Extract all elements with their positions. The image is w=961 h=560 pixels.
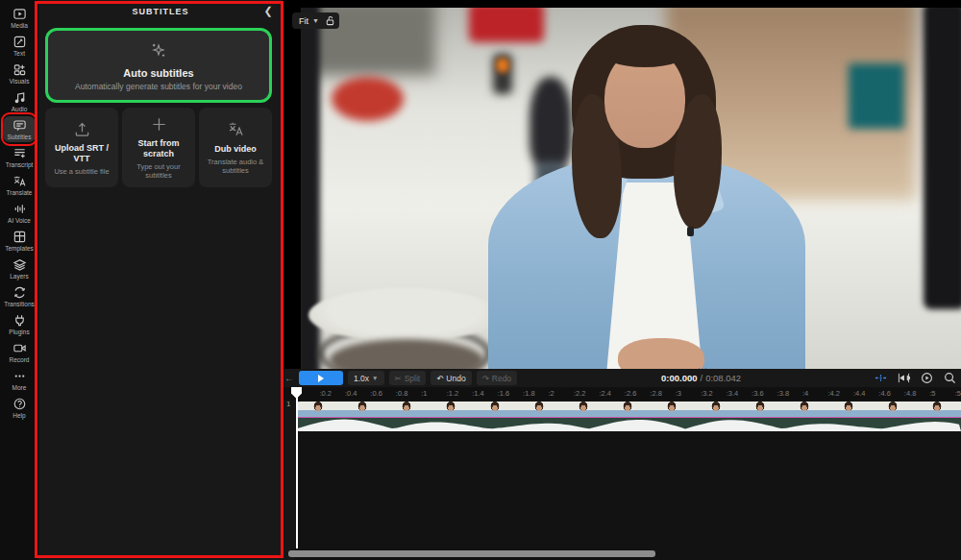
play-button[interactable] (299, 371, 343, 385)
clip-thumbnails (296, 402, 961, 418)
upload-srt-vtt-card[interactable]: Upload SRT / VTT Use a subtitle file (45, 108, 118, 187)
sidebar-item-transcript[interactable]: Transcript (0, 143, 38, 171)
sidebar-item-media[interactable]: Media (0, 4, 38, 32)
zoom-icon[interactable] (944, 372, 956, 384)
transcript-icon (12, 146, 27, 160)
ruler-tick-label: :5.2 (955, 389, 961, 398)
collapse-panel-icon[interactable]: ❮ (261, 4, 275, 17)
ruler-tick-label: :1.8 (523, 389, 535, 398)
sidebar-item-label: Audio (12, 106, 28, 112)
start-from-scratch-card[interactable]: Start from scratch Type out your subtitl… (122, 108, 195, 187)
jump-back-icon[interactable]: ← (284, 373, 294, 383)
auto-subtitles-title: Auto subtitles (123, 67, 193, 79)
sidebar-item-label: Translate (7, 189, 33, 196)
ruler-tick-label: :3 (676, 389, 681, 398)
sidebar-item-ai-voice[interactable]: AI Voice (0, 199, 38, 227)
bg-red-sign (469, 8, 544, 42)
sidebar-item-transitions[interactable]: Transitions (0, 282, 38, 310)
timeline[interactable]: 0:0.2:0.4:0.6:0.8:1:1.2:1.4:1.6:1.8:2:2.… (283, 387, 961, 560)
sidebar-item-layers[interactable]: Layers (0, 255, 38, 282)
split-button[interactable]: ✂ Split (389, 371, 427, 385)
sidebar-item-visuals[interactable]: Visuals (0, 60, 38, 87)
sparkle-icon (148, 39, 169, 64)
video-clip[interactable] (296, 402, 961, 431)
ruler-tick-label: :1.4 (472, 389, 484, 398)
playback-speed-dropdown[interactable]: 1.0x ▼ (348, 371, 384, 385)
ruler-tick-label: :4.4 (853, 389, 866, 398)
sidebar-item-templates[interactable]: Templates (0, 227, 38, 255)
translate-icon (12, 174, 27, 188)
card-subtitle: Use a subtitle file (54, 167, 109, 176)
loop-playback-icon[interactable] (921, 372, 933, 384)
templates-icon (12, 230, 27, 244)
fit-timeline-icon[interactable] (898, 372, 910, 384)
ruler-tick-label: :0.6 (370, 389, 382, 398)
sidebar-item-label: AI Voice (8, 217, 31, 224)
ruler-tick-label: :5 (929, 389, 935, 398)
auto-subtitles-card[interactable]: Auto subtitles Automatically generate su… (45, 28, 272, 103)
subtitles-panel: SUBTITLES ❮ Auto subtitles Automatically… (38, 0, 283, 560)
ruler-tick-label: :3.4 (727, 389, 739, 398)
total-duration: 0:08.042 (705, 373, 741, 383)
woman-hair-fringe (597, 29, 693, 67)
fit-label: Fit (299, 16, 308, 26)
snapping-toggle-icon[interactable] (875, 372, 887, 384)
sidebar-item-label: Text (13, 50, 25, 57)
bg-traffic-light-orange (496, 58, 509, 73)
ruler-tick-label: :1.6 (498, 389, 510, 398)
subtitles-icon (12, 118, 27, 133)
sidebar-item-text[interactable]: Text (0, 32, 38, 60)
sidebar-item-translate[interactable]: Translate (0, 171, 38, 199)
dub-video-card[interactable]: Dub video Translate audio & subtitles (199, 108, 272, 187)
undo-label: Undo (446, 374, 465, 383)
sidebar-item-label: Visuals (10, 78, 30, 85)
bg-pedestrian (530, 77, 572, 169)
transitions-icon (12, 285, 27, 300)
sidebar-item-record[interactable]: Record (0, 338, 38, 366)
sidebar-item-help[interactable]: Help (0, 394, 38, 422)
ruler-tick-label: :2.8 (650, 389, 662, 398)
ruler-tick-label: :0.4 (345, 389, 357, 398)
lapel-mic (687, 227, 694, 236)
ruler-tick-label: :1.2 (447, 389, 459, 398)
ruler-tick-label: :2.2 (574, 389, 586, 398)
timeline-ruler[interactable]: 0:0.2:0.4:0.6:0.8:1:1.2:1.4:1.6:1.8:2:2.… (283, 387, 961, 400)
bg-red-awning (332, 77, 404, 121)
horizontal-scrollbar[interactable] (288, 550, 655, 557)
track-gutter (283, 400, 295, 560)
card-subtitle: Type out your subtitles (126, 162, 191, 181)
ruler-tick-label: :0.8 (396, 389, 408, 398)
ruler-tick-label: :4.6 (878, 389, 891, 398)
ruler-tick-label: :4 (802, 389, 808, 398)
bg-right-pole (924, 8, 961, 309)
current-time: 0:00.000 (661, 373, 698, 383)
ruler-tick-label: :0.2 (319, 389, 332, 398)
ruler-tick-label: :3.8 (777, 389, 790, 398)
plugins-icon (12, 313, 27, 328)
chevron-down-icon: ▼ (372, 375, 378, 381)
undo-button[interactable]: ↶ Undo (431, 371, 471, 385)
sidebar-item-label: Help (12, 412, 25, 419)
ruler-tick-label: :4.2 (827, 389, 840, 398)
unlock-button[interactable] (321, 12, 339, 29)
video-frame (301, 8, 961, 369)
sidebar-item-audio[interactable]: Audio (0, 87, 38, 115)
track-number: 1 (286, 400, 290, 408)
card-title: Start from scratch (126, 138, 191, 159)
sidebar-item-more[interactable]: More (0, 366, 38, 394)
redo-icon: ↷ (482, 374, 489, 383)
audio-icon (12, 90, 27, 105)
sidebar-item-subtitles[interactable]: Subtitles (0, 115, 38, 143)
redo-button[interactable]: ↷ Redo (477, 371, 517, 385)
sidebar-item-label: More (12, 384, 27, 391)
panel-title: SUBTITLES (132, 7, 188, 16)
clip-volume-line[interactable] (296, 417, 961, 418)
video-editor-app: Media Text Visuals Audio Subtitles (0, 0, 961, 560)
sidebar-item-plugins[interactable]: Plugins (0, 310, 38, 338)
card-subtitle: Translate audio & subtitles (203, 158, 268, 176)
more-icon (12, 369, 27, 383)
translate-icon (227, 120, 245, 139)
ruler-tick-label: :2 (549, 389, 554, 398)
plus-icon (150, 114, 168, 134)
sidebar-item-label: Subtitles (8, 134, 32, 140)
